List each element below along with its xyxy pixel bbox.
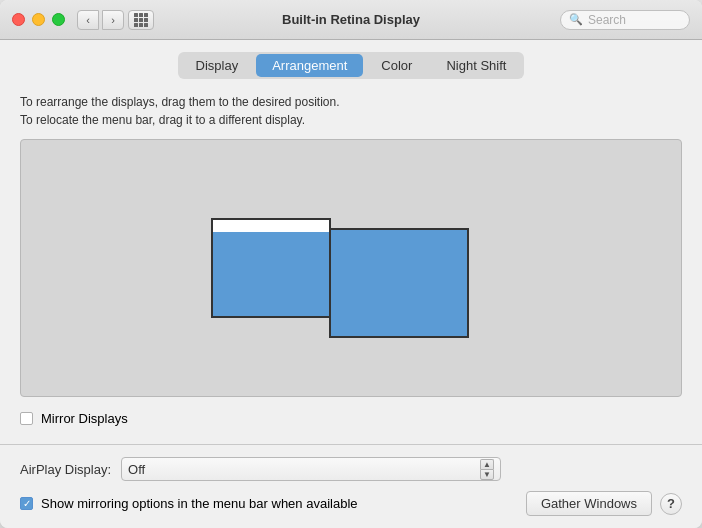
- back-button[interactable]: ‹: [77, 10, 99, 30]
- mirror-displays-checkbox[interactable]: [20, 412, 33, 425]
- help-button[interactable]: ?: [660, 493, 682, 515]
- airplay-stepper[interactable]: ▲ ▼: [480, 459, 494, 479]
- displays-wrapper: [211, 198, 491, 338]
- mirroring-label: Show mirroring options in the menu bar w…: [41, 496, 358, 511]
- tabs: Display Arrangement Color Night Shift: [178, 52, 525, 79]
- airplay-select[interactable]: Off ▲ ▼: [121, 457, 501, 481]
- forward-button[interactable]: ›: [102, 10, 124, 30]
- menu-bar-strip: [213, 220, 329, 232]
- gather-windows-button[interactable]: Gather Windows: [526, 491, 652, 516]
- mirroring-checkbox[interactable]: ✓: [20, 497, 33, 510]
- tabs-container: Display Arrangement Color Night Shift: [0, 40, 702, 79]
- instruction-line1: To rearrange the displays, drag them to …: [20, 93, 682, 111]
- bottom-right: Gather Windows ?: [526, 491, 682, 516]
- airplay-row: AirPlay Display: Off ▲ ▼: [20, 457, 682, 481]
- search-box[interactable]: 🔍 Search: [560, 10, 690, 30]
- window: ‹ › Built-in Retina Display 🔍 Search Dis…: [0, 0, 702, 528]
- minimize-button[interactable]: [32, 13, 45, 26]
- close-button[interactable]: [12, 13, 25, 26]
- traffic-lights: [12, 13, 65, 26]
- main-content: To rearrange the displays, drag them to …: [0, 79, 702, 444]
- search-icon: 🔍: [569, 13, 583, 26]
- maximize-button[interactable]: [52, 13, 65, 26]
- primary-display[interactable]: [211, 218, 331, 318]
- tab-night-shift[interactable]: Night Shift: [430, 54, 522, 77]
- instruction-line2: To relocate the menu bar, drag it to a d…: [20, 111, 682, 129]
- grid-icon: [134, 13, 148, 27]
- titlebar: ‹ › Built-in Retina Display 🔍 Search: [0, 0, 702, 40]
- mirroring-row: ✓ Show mirroring options in the menu bar…: [20, 491, 682, 516]
- tab-color[interactable]: Color: [365, 54, 428, 77]
- secondary-display[interactable]: [329, 228, 469, 338]
- mirroring-left: ✓ Show mirroring options in the menu bar…: [20, 496, 358, 511]
- tab-arrangement[interactable]: Arrangement: [256, 54, 363, 77]
- search-placeholder: Search: [588, 13, 681, 27]
- display-arrangement-area[interactable]: [20, 139, 682, 397]
- mirror-displays-row: Mirror Displays: [20, 407, 682, 430]
- grid-button[interactable]: [128, 10, 154, 30]
- window-title: Built-in Retina Display: [282, 12, 420, 27]
- bottom-section: AirPlay Display: Off ▲ ▼ ✓ Show mirrorin…: [0, 444, 702, 528]
- stepper-down[interactable]: ▼: [480, 469, 494, 480]
- stepper-up[interactable]: ▲: [480, 459, 494, 469]
- airplay-label: AirPlay Display:: [20, 462, 111, 477]
- mirror-displays-label: Mirror Displays: [41, 411, 128, 426]
- nav-buttons: ‹ ›: [77, 10, 124, 30]
- instruction-text: To rearrange the displays, drag them to …: [20, 93, 682, 129]
- airplay-select-value: Off: [128, 462, 145, 477]
- tab-display[interactable]: Display: [180, 54, 255, 77]
